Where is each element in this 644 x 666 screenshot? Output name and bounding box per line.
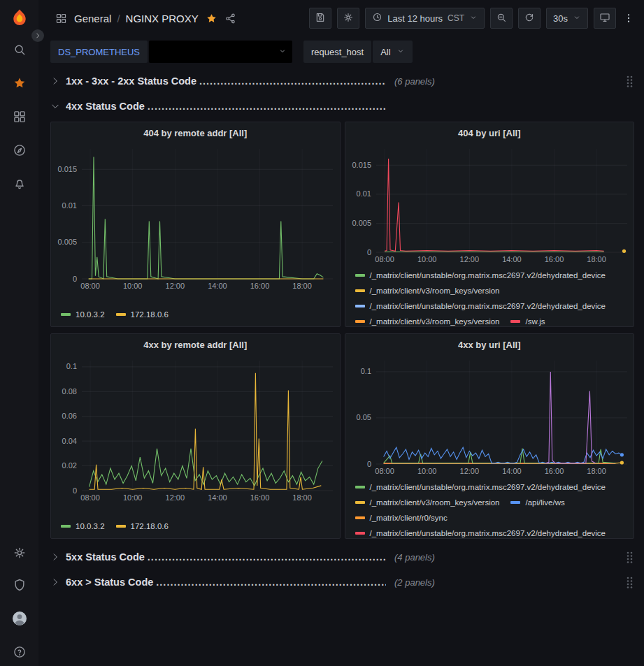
row-title-group: 6xx > Status Code ......................… xyxy=(66,577,386,588)
panel-title[interactable]: 4xx by remote addr [All] xyxy=(51,334,340,355)
svg-text:0.05: 0.05 xyxy=(356,413,371,421)
row-1xx-3xx-2xx-status-code[interactable]: 1xx - 3xx - 2xx Status Code ............… xyxy=(50,71,634,91)
svg-text:10:00: 10:00 xyxy=(123,493,143,502)
legend-item[interactable]: /api/live/ws xyxy=(510,495,564,510)
svg-text:10:00: 10:00 xyxy=(123,282,143,290)
legend-label: 10.0.3.2 xyxy=(76,519,105,534)
legend-label: /_matrix/client/v3/room_keys/version xyxy=(370,495,500,510)
timeseries-chart[interactable]: 00.050.108:0010:0012:0014:0016:0018:00 xyxy=(345,355,634,477)
datasource-select[interactable] xyxy=(149,41,292,63)
avatar[interactable] xyxy=(11,610,28,627)
legend-item[interactable]: /_matrix/client/r0/sync xyxy=(355,510,448,526)
dashboards-icon[interactable] xyxy=(13,110,27,124)
legend-label: /_matrix/client/unstable/org.matrix.msc2… xyxy=(370,268,606,283)
svg-text:0.02: 0.02 xyxy=(62,461,77,470)
shield-icon[interactable] xyxy=(13,578,27,592)
apps-icon xyxy=(55,13,67,24)
legend-item[interactable]: 10.0.3.2 xyxy=(61,307,105,322)
chevron-down-icon xyxy=(50,101,66,111)
row-4xx-status-code[interactable]: 4xx Status Code ........................… xyxy=(50,96,634,116)
legend-item[interactable]: 172.18.0.6 xyxy=(116,519,169,534)
alerting-icon[interactable] xyxy=(13,177,27,191)
panel-title[interactable]: 404 by uri [All] xyxy=(345,122,634,143)
legend-label: 10.0.3.2 xyxy=(76,307,105,322)
legend-item[interactable]: 172.18.0.6 xyxy=(116,307,169,322)
search-icon[interactable] xyxy=(13,43,27,57)
row-title-group: 5xx Status Code ........................… xyxy=(66,551,386,563)
legend-item[interactable]: /_matrix/client/unstable/org.matrix.msc2… xyxy=(355,298,606,314)
save-dashboard-button[interactable] xyxy=(309,8,331,29)
chart-legend: 10.0.3.2172.18.0.6 xyxy=(51,304,340,326)
starred-icon[interactable] xyxy=(13,76,27,90)
svg-text:14:00: 14:00 xyxy=(208,493,227,502)
svg-text:0.08: 0.08 xyxy=(62,387,77,396)
legend-color-swatch xyxy=(355,305,365,307)
row-5xx-status-code[interactable]: 5xx Status Code ........................… xyxy=(50,547,634,567)
svg-text:10:00: 10:00 xyxy=(417,255,436,263)
dashboard-toolbar: Last 12 hours CST 30s xyxy=(309,8,636,29)
panel-404-by-uri: 404 by uri [All] 00.0050.010.01508:0010:… xyxy=(345,122,635,327)
svg-text:10:00: 10:00 xyxy=(417,467,436,475)
chevron-right-icon xyxy=(50,552,66,562)
legend-color-swatch xyxy=(116,525,126,528)
kebab-menu-icon[interactable] xyxy=(622,12,636,24)
svg-text:16:00: 16:00 xyxy=(250,282,270,290)
legend-item[interactable]: /_matrix/client/unstable/org.matrix.msc2… xyxy=(355,526,606,538)
panel-404-by-remote-addr: 404 by remote addr [All] 00.0050.010.015… xyxy=(50,122,341,327)
legend-color-swatch xyxy=(355,274,365,277)
favorite-star-icon[interactable] xyxy=(206,13,217,24)
row-drag-handle[interactable] xyxy=(626,576,634,588)
time-range-picker[interactable]: Last 12 hours CST xyxy=(365,8,485,29)
request-host-select[interactable]: All xyxy=(373,41,412,63)
breadcrumb-general[interactable]: General xyxy=(74,13,111,24)
row-title-dots: ........................................… xyxy=(148,551,386,563)
legend-item[interactable]: 10.0.3.2 xyxy=(61,519,105,534)
legend-item[interactable]: /_matrix/client/unstable/org.matrix.msc2… xyxy=(355,479,606,495)
dashboard-settings-button[interactable] xyxy=(337,8,359,29)
gear-icon[interactable] xyxy=(13,546,27,560)
row-panel-count: (6 panels) xyxy=(394,76,435,87)
legend-color-swatch xyxy=(355,486,365,488)
legend-item[interactable]: /_matrix/client/v3/room_keys/version xyxy=(355,283,500,298)
legend-item[interactable]: /_matrix/client/v3/room_keys/version xyxy=(355,314,500,326)
row-title-group: 4xx Status Code ........................… xyxy=(66,101,386,112)
share-icon[interactable] xyxy=(224,13,236,24)
svg-text:18:00: 18:00 xyxy=(292,493,312,502)
row-panel-count: (2 panels) xyxy=(394,577,435,588)
legend-item[interactable]: /_matrix/client/unstable/org.matrix.msc2… xyxy=(355,268,606,283)
tv-mode-button[interactable] xyxy=(594,8,616,29)
help-icon[interactable] xyxy=(13,645,27,659)
legend-color-swatch xyxy=(355,501,365,504)
row-drag-handle[interactable] xyxy=(626,75,634,87)
timeseries-chart[interactable]: 00.020.040.060.080.108:0010:0012:0014:00… xyxy=(51,355,340,503)
zoom-out-button[interactable] xyxy=(490,8,513,29)
save-icon xyxy=(315,12,326,25)
refresh-button[interactable] xyxy=(518,8,541,29)
grafana-logo[interactable] xyxy=(9,8,30,31)
panel-title[interactable]: 4xx by uri [All] xyxy=(345,334,634,355)
sidebar-expand-toggle[interactable] xyxy=(31,29,44,42)
panel-title[interactable]: 404 by remote addr [All] xyxy=(51,122,340,143)
timeseries-chart[interactable]: 00.0050.010.01508:0010:0012:0014:0016:00… xyxy=(51,143,340,291)
row-title: 5xx Status Code xyxy=(66,551,145,563)
timeseries-chart[interactable]: 00.0050.010.01508:0010:0012:0014:0016:00… xyxy=(345,143,634,265)
legend-item[interactable]: /_matrix/client/v3/room_keys/version xyxy=(355,495,500,510)
svg-text:08:00: 08:00 xyxy=(375,467,394,475)
explore-icon[interactable] xyxy=(13,143,27,157)
legend-item[interactable]: /sw.js xyxy=(510,314,545,326)
dashboard-title[interactable]: NGINX PROXY xyxy=(126,13,199,24)
chevron-right-icon xyxy=(50,577,66,587)
row-6xx-status-code[interactable]: 6xx > Status Code ......................… xyxy=(50,572,634,592)
grafana-app: General / NGINX PROXY Last 12 hours CST xyxy=(0,0,644,666)
row-drag-handle[interactable] xyxy=(626,551,634,563)
refresh-interval-picker[interactable]: 30s xyxy=(546,8,588,29)
svg-text:0.01: 0.01 xyxy=(62,201,77,210)
svg-text:18:00: 18:00 xyxy=(587,467,606,475)
legend-label: /_matrix/client/unstable/org.matrix.msc2… xyxy=(370,479,606,495)
row-title-group: 1xx - 3xx - 2xx Status Code ............… xyxy=(66,75,386,87)
legend-color-swatch xyxy=(61,525,71,528)
svg-text:0: 0 xyxy=(73,486,77,495)
legend-label: 172.18.0.6 xyxy=(131,519,169,534)
panel-4xx-by-uri: 4xx by uri [All] 00.050.108:0010:0012:00… xyxy=(345,333,635,539)
legend-label: /_matrix/client/v3/room_keys/version xyxy=(370,283,500,298)
